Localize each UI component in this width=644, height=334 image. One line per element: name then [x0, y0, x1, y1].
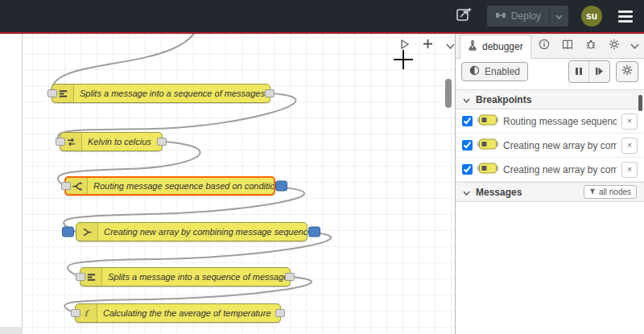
node-label: Kelvin to celcius: [82, 137, 157, 146]
sidebar-scrollbar-thumb[interactable]: [638, 95, 642, 111]
node-output-port[interactable]: [285, 273, 295, 281]
node-input-port[interactable]: [71, 309, 80, 317]
bug-icon: [585, 39, 597, 53]
export-button[interactable]: [453, 6, 474, 27]
book-icon: [562, 39, 573, 53]
breakpoint-marker[interactable]: [275, 181, 287, 192]
sidebar-tab-overflow-button[interactable]: [630, 38, 639, 52]
palette-edge: [0, 34, 23, 334]
node-label: Calculating the the average of temperatu…: [97, 308, 277, 318]
node-input-port[interactable]: [76, 273, 85, 281]
step-icon: [595, 64, 604, 79]
breakpoint-checkbox[interactable]: [462, 140, 473, 151]
chevron-down-icon: [463, 94, 470, 105]
chevron-down-icon: [555, 10, 563, 22]
avatar-initials: su: [586, 10, 597, 22]
debugger-toolbar: Enabled: [456, 59, 644, 85]
node-input-port[interactable]: [47, 89, 57, 97]
user-avatar[interactable]: su: [581, 6, 602, 27]
tab-debugger[interactable]: debugger: [460, 35, 531, 59]
breakpoint-marker[interactable]: [62, 227, 74, 237]
breakpoint-row[interactable]: Creating new array by combini ×: [456, 158, 644, 182]
tab-debug-messages[interactable]: [580, 35, 601, 56]
deploy-icon: [495, 10, 506, 23]
header-actions: Deploy su: [453, 0, 636, 32]
remove-breakpoint-button[interactable]: ×: [621, 138, 638, 154]
debugger-settings-button[interactable]: [616, 61, 638, 82]
flow-canvas[interactable]: Splits a message into a sequence of mess…: [0, 34, 455, 334]
canvas-v-scrollbar[interactable]: [445, 45, 452, 327]
step-button[interactable]: [588, 61, 609, 82]
svg-text:f: f: [84, 309, 89, 318]
pause-icon: [575, 64, 583, 79]
chevron-down-icon: [463, 187, 470, 198]
messages-section-header[interactable]: Messages all nodes: [456, 182, 644, 202]
enabled-label: Enabled: [485, 66, 520, 77]
mini-node-icon: [477, 162, 498, 178]
funnel-icon: [589, 188, 596, 196]
tab-debugger-label: debugger: [482, 41, 523, 52]
deploy-button[interactable]: Deploy: [487, 6, 568, 27]
play-button[interactable]: [398, 38, 412, 52]
play-icon: [401, 38, 409, 52]
debugger-enabled-toggle[interactable]: Enabled: [461, 62, 528, 81]
flow-node-split-2[interactable]: Splits a message into a sequence of mess…: [80, 267, 291, 287]
breakpoint-row[interactable]: Routing message sequence ba ×: [456, 109, 644, 134]
chevron-down-icon: [630, 38, 639, 52]
remove-breakpoint-button[interactable]: ×: [621, 162, 638, 178]
node-input-port[interactable]: [56, 138, 65, 146]
deploy-options-button[interactable]: [550, 10, 568, 22]
node-input-port[interactable]: [61, 182, 71, 190]
add-icon: [423, 38, 433, 52]
breakpoint-checkbox[interactable]: [462, 164, 473, 175]
mini-node-icon: [477, 138, 498, 154]
node-label: Routing message sequence based on condit…: [88, 181, 274, 191]
canvas-v-scrollbar-thumb[interactable]: [445, 79, 452, 108]
messages-title: Messages: [476, 187, 522, 198]
app-header: Deploy su: [0, 0, 644, 32]
node-label: Creating new array by combining message …: [98, 227, 307, 237]
add-flow-button[interactable]: [420, 38, 435, 52]
deploy-button-main[interactable]: Deploy: [487, 10, 549, 23]
sidebar-tabbar: debugger: [456, 34, 644, 59]
message-filter-button[interactable]: all nodes: [584, 185, 637, 199]
breakpoint-checkbox[interactable]: [462, 116, 473, 126]
node-output-port[interactable]: [275, 309, 285, 317]
gear-icon: [621, 64, 633, 79]
flow-node-kelvin[interactable]: Kelvin to celcius: [60, 132, 163, 151]
remove-breakpoint-button[interactable]: ×: [621, 113, 638, 130]
flow-node-average[interactable]: f Calculating the the average of tempera…: [75, 303, 281, 323]
flow-node-join[interactable]: Creating new array by combining message …: [76, 222, 308, 241]
tab-help[interactable]: [557, 35, 578, 56]
menu-icon: [618, 10, 633, 13]
export-icon: [455, 6, 473, 27]
tab-info[interactable]: [534, 35, 555, 56]
breakpoint-row[interactable]: Creating new array by combini ×: [456, 134, 644, 158]
debugger-step-controls: [568, 60, 610, 83]
flask-icon: [468, 40, 477, 53]
join-icon: [76, 223, 98, 241]
mini-node-icon: [477, 113, 498, 130]
tab-config-nodes[interactable]: [604, 35, 625, 56]
node-label: Splits a message into a sequence of mess…: [74, 89, 270, 98]
pause-button[interactable]: [569, 61, 588, 82]
message-filter-label: all nodes: [599, 188, 631, 196]
breakpoint-label: Creating new array by combini: [503, 164, 617, 175]
h-scrollbar-corner: [0, 327, 23, 334]
breakpoints-title: Breakpoints: [476, 94, 531, 105]
node-output-port[interactable]: [265, 89, 275, 97]
breakpoint-label: Creating new array by combini: [503, 140, 617, 151]
toggle-icon: [469, 65, 480, 78]
info-icon: [539, 39, 550, 53]
right-sidebar: debugger: [455, 34, 644, 334]
breakpoints-section-header[interactable]: Breakpoints: [456, 89, 644, 109]
breakpoint-marker[interactable]: [308, 227, 320, 237]
breakpoint-label: Routing message sequence ba: [503, 116, 617, 127]
node-label: Splits a message into a sequence of mess…: [102, 272, 290, 282]
main-menu-button[interactable]: [615, 7, 636, 26]
deploy-label: Deploy: [511, 10, 541, 22]
flow-node-routing[interactable]: Routing message sequence based on condit…: [64, 176, 275, 196]
flow-node-split-1[interactable]: Splits a message into a sequence of mess…: [52, 84, 270, 103]
node-red-app: Deploy su: [0, 0, 644, 334]
node-output-port[interactable]: [157, 138, 167, 146]
